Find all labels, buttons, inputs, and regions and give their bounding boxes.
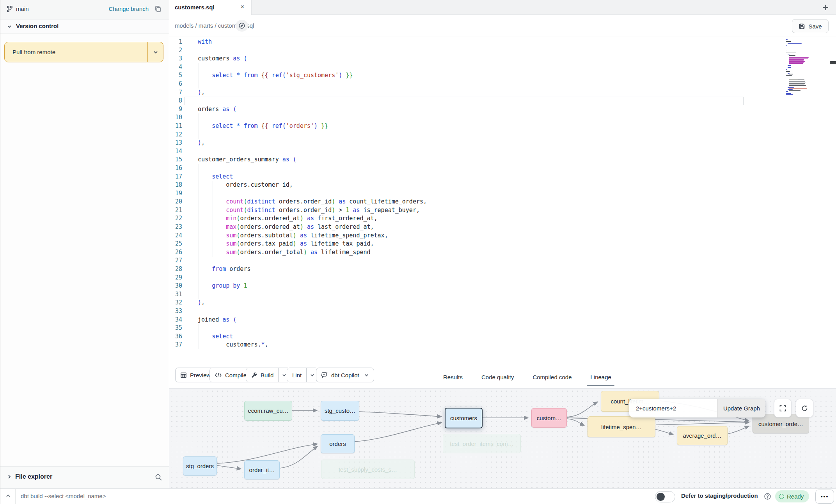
lineage-node-orders[interactable]: orders	[321, 434, 355, 453]
line-number: 30	[169, 282, 182, 290]
line-number: 28	[169, 265, 182, 274]
code-editor[interactable]: 1with23customers as (45 select * from {{…	[169, 37, 836, 365]
code-line-2[interactable]: 2	[169, 46, 427, 55]
tab-results[interactable]: Results	[442, 366, 463, 388]
search-icon[interactable]	[154, 473, 163, 481]
code-line-26[interactable]: 26 sum(orders.order_total) as lifetime_s…	[169, 248, 427, 257]
line-number: 7	[169, 88, 182, 97]
build-button[interactable]: Build	[246, 368, 290, 382]
code-line-35[interactable]: 35	[169, 324, 427, 332]
tab-lineage[interactable]: Lineage	[589, 366, 612, 388]
refresh-icon[interactable]	[796, 399, 813, 417]
line-number: 20	[169, 198, 182, 206]
code-line-8[interactable]: 8	[169, 97, 427, 105]
line-number: 5	[169, 71, 182, 80]
code-line-17[interactable]: 17 select	[169, 173, 427, 181]
code-line-22[interactable]: 22 min(orders.ordered_at) as first_order…	[169, 214, 427, 223]
code-line-19[interactable]: 19	[169, 189, 427, 198]
code-line-36[interactable]: 36 select	[169, 332, 427, 341]
command-input[interactable]: dbt build --select <model_name>	[21, 493, 106, 499]
code-line-31[interactable]: 31	[169, 290, 427, 299]
lineage-node-customers[interactable]: customers	[445, 408, 483, 428]
lineage-selector-bar: 2+customers+2 Update Graph	[629, 399, 765, 417]
dbt-copilot-button[interactable]: dbt Copilot	[316, 368, 374, 382]
code-line-20[interactable]: 20 count(distinct orders.order_id) as co…	[169, 198, 427, 206]
ready-dot-icon	[779, 494, 784, 499]
code-line-27[interactable]: 27	[169, 256, 427, 265]
code-line-16[interactable]: 16	[169, 164, 427, 173]
code-line-15[interactable]: 15customer_orders_summary as (	[169, 156, 427, 164]
code-line-6[interactable]: 6	[169, 80, 427, 88]
help-icon[interactable]	[764, 493, 771, 500]
defer-toggle[interactable]	[655, 491, 675, 502]
version-control-header[interactable]: Version control	[0, 19, 169, 34]
change-branch-link[interactable]: Change branch	[108, 5, 149, 12]
code-line-37[interactable]: 37 customers.*,	[169, 341, 427, 349]
code-line-1[interactable]: 1with	[169, 38, 427, 46]
lineage-node-average-order[interactable]: average_ord…	[677, 426, 728, 445]
lineage-node-order-items[interactable]: order_it…	[244, 460, 280, 479]
lineage-node-lifetime-spend[interactable]: lifetime_spen…	[588, 416, 655, 437]
code-line-32[interactable]: 32),	[169, 299, 427, 307]
lint-button[interactable]: Lint	[287, 368, 318, 382]
line-number: 36	[169, 332, 182, 341]
line-number: 33	[169, 307, 182, 316]
code-line-10[interactable]: 10	[169, 113, 427, 122]
scrollbar-thumb[interactable]	[830, 61, 836, 64]
code-line-12[interactable]: 12	[169, 131, 427, 139]
tab-code-quality[interactable]: Code quality	[481, 366, 515, 388]
code-line-11[interactable]: 11 select * from {{ ref('orders') }}	[169, 122, 427, 131]
lineage-selector-input[interactable]: 2+customers+2	[629, 399, 717, 417]
code-line-25[interactable]: 25 sum(orders.tax_paid) as lifetime_tax_…	[169, 240, 427, 248]
code-line-34[interactable]: 34joined as (	[169, 316, 427, 324]
code-line-4[interactable]: 4	[169, 63, 427, 72]
copy-icon[interactable]	[154, 5, 162, 13]
save-icon	[799, 23, 805, 30]
line-number: 10	[169, 113, 182, 122]
status-badge[interactable]: Ready	[775, 490, 809, 502]
lineage-node-customers-semantic[interactable]: custom…	[531, 408, 567, 428]
compile-button[interactable]: Compile	[209, 368, 252, 382]
code-line-23[interactable]: 23 max(orders.ordered_at) as last_ordere…	[169, 223, 427, 232]
tab-customers-sql[interactable]: customers.sql ×	[169, 0, 252, 15]
update-graph-button[interactable]: Update Graph	[717, 399, 765, 417]
statusbar-divider	[15, 489, 16, 504]
pull-from-remote-button[interactable]: Pull from remote	[4, 42, 163, 62]
edge-customers-semantic-to-count-lifetime	[567, 402, 598, 417]
code-line-30[interactable]: 30 group by 1	[169, 282, 427, 290]
dbt-copilot-label: dbt Copilot	[328, 372, 364, 378]
line-number: 22	[169, 214, 182, 223]
pull-options-chevron[interactable]	[147, 42, 163, 62]
code-line-29[interactable]: 29	[169, 274, 427, 282]
lineage-node-test-order-items: test_order_items_com…	[443, 434, 521, 453]
close-tab-icon[interactable]: ×	[241, 4, 244, 11]
chevron-up-icon[interactable]	[5, 493, 11, 499]
table-icon	[176, 372, 187, 378]
save-button[interactable]: Save	[792, 19, 829, 33]
file-explorer-header[interactable]: File explorer	[0, 466, 169, 488]
code-line-33[interactable]: 33	[169, 307, 427, 316]
code-line-18[interactable]: 18 orders.customer_id,	[169, 181, 427, 189]
new-tab-icon[interactable]	[821, 3, 830, 12]
lineage-panel[interactable]: ecom.raw_cu…stg_custo…ordersstg_ordersor…	[169, 389, 836, 488]
lineage-node-stg-orders[interactable]: stg_orders	[183, 456, 217, 476]
code-line-24[interactable]: 24 sum(orders.subtotal) as lifetime_spen…	[169, 232, 427, 240]
code-line-28[interactable]: 28 from orders	[169, 265, 427, 274]
compass-icon[interactable]	[236, 20, 248, 32]
code-line-9[interactable]: 9orders as (	[169, 105, 427, 114]
lineage-node-stg-customers[interactable]: stg_custo…	[321, 401, 359, 421]
lineage-node-ecom-raw-customers[interactable]: ecom.raw_cu…	[244, 401, 292, 421]
code-line-14[interactable]: 14	[169, 147, 427, 156]
tab-compiled-code[interactable]: Compiled code	[532, 366, 572, 388]
code-line-21[interactable]: 21 count(distinct orders.order_id) > 1 a…	[169, 206, 427, 215]
fullscreen-icon[interactable]	[774, 399, 792, 417]
code-line-3[interactable]: 3customers as (	[169, 55, 427, 63]
defer-label: Defer to staging/production	[681, 492, 758, 499]
more-options-button[interactable]: •••	[815, 490, 834, 504]
code-line-5[interactable]: 5 select * from {{ ref('stg_customers') …	[169, 71, 427, 80]
code-line-7[interactable]: 7),	[169, 88, 427, 97]
edge-orders-to-customers	[355, 423, 442, 442]
ready-label: Ready	[787, 493, 804, 500]
code-line-13[interactable]: 13),	[169, 139, 427, 147]
editor-minimap[interactable]	[786, 39, 819, 95]
